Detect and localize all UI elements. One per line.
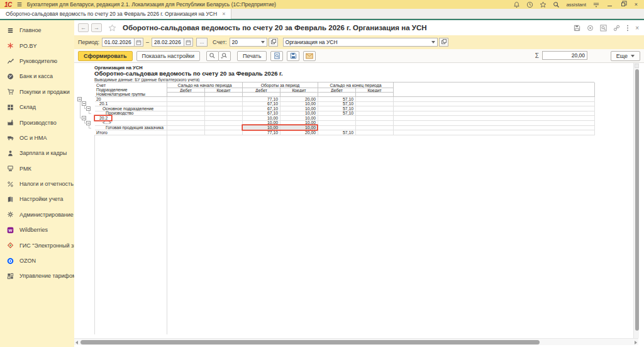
restore-button[interactable] [619, 1, 626, 8]
cell-value[interactable] [167, 106, 205, 111]
cell-account-name[interactable]: 20 [95, 97, 167, 102]
cell-empty[interactable] [394, 121, 595, 126]
tree-expander-icon[interactable] [86, 121, 91, 125]
cell-value[interactable]: 57,10 [318, 106, 356, 111]
column-header-debit[interactable]: Дебет [167, 88, 205, 93]
cell-empty[interactable] [394, 111, 595, 117]
vertical-scrollbar[interactable] [633, 63, 639, 338]
cell-value[interactable] [356, 121, 394, 126]
cell-account-name[interactable]: Производство [95, 111, 167, 117]
tree-expander-icon[interactable] [82, 101, 86, 106]
vertical-scroll-thumb[interactable] [635, 69, 639, 331]
cell-empty[interactable] [394, 130, 595, 135]
cell-value[interactable]: 77,10 [243, 97, 280, 102]
horizontal-scroll-thumb[interactable] [80, 340, 540, 344]
sidebar-item-warehouse[interactable]: Склад [0, 100, 74, 115]
cell-value[interactable]: 67,10 [243, 106, 280, 111]
column-group-turnover[interactable]: Обороты за период [243, 82, 318, 88]
cell-value[interactable] [318, 126, 356, 131]
tab-close-icon[interactable]: × [222, 11, 225, 17]
sidebar-item-os-nma[interactable]: ОС и НМА [0, 130, 74, 145]
cell-value[interactable]: 57,10 [318, 97, 356, 102]
column-header-credit[interactable]: Кредит [280, 88, 318, 93]
cell-value[interactable]: 10,00 [243, 126, 280, 131]
favorites-star-icon[interactable] [540, 1, 547, 8]
cell-value[interactable]: 10,00 [280, 126, 318, 131]
sidebar-item-administration[interactable]: Администрирование [0, 207, 74, 222]
cell-value[interactable]: 20,00 [280, 130, 318, 135]
cell-value[interactable] [205, 116, 243, 121]
cell-value[interactable] [205, 126, 243, 131]
sidebar-item-main[interactable]: Главное [0, 23, 74, 38]
sidebar-item-salary-hr[interactable]: Зарплата и кадры [0, 145, 74, 161]
cell-value[interactable] [356, 130, 394, 135]
cell-account-name[interactable]: 20.2 [95, 116, 167, 121]
tree-expander-icon[interactable] [77, 97, 82, 101]
print-preview-icon[interactable] [270, 51, 283, 61]
report-spreadsheet[interactable]: Организация на УСН Оборотно-сальдовая ве… [74, 63, 633, 338]
sidebar-item-production[interactable]: Производство [0, 115, 74, 130]
account-input[interactable] [230, 39, 259, 46]
cell-value[interactable]: 10,00 [243, 121, 280, 126]
more-button[interactable]: Еще [611, 51, 640, 61]
period-to-input[interactable] [152, 38, 184, 47]
cell-value[interactable] [205, 111, 243, 117]
sidebar-item-gis-mark[interactable]: ГИС "Электронный знак" [0, 237, 74, 253]
sidebar-item-wildberries[interactable]: WWildberries [0, 222, 74, 237]
scroll-left-icon[interactable] [75, 341, 78, 344]
close-report-icon[interactable]: × [635, 25, 639, 31]
cell-value[interactable] [205, 102, 243, 107]
column-group-closing-balance[interactable]: Сальдо на конец периода [318, 82, 394, 88]
cell-value[interactable] [205, 106, 243, 111]
sidebar-item-tariff[interactable]: Управление тарифом [0, 268, 74, 283]
cell-value[interactable] [167, 116, 205, 121]
sidebar-item-manager[interactable]: Руководителю [0, 54, 74, 69]
cell-value[interactable] [167, 121, 205, 126]
find-in-report-icon[interactable] [600, 25, 607, 31]
period-from-input[interactable] [102, 38, 135, 47]
sidebar-item-accounting-settings[interactable]: Настройки учета [0, 191, 74, 207]
send-mail-icon[interactable] [303, 51, 316, 61]
cell-value[interactable] [167, 111, 205, 117]
main-menu-icon[interactable] [16, 1, 23, 8]
more-actions-icon[interactable] [626, 25, 629, 31]
column-header-account[interactable]: Счет Подразделение Номенклатурные группы [95, 82, 167, 97]
cell-value[interactable]: 10,00 [280, 121, 318, 126]
organization-open-button[interactable] [439, 38, 448, 47]
sidebar-item-bank-cash[interactable]: Банк и касса [0, 69, 74, 84]
organization-input[interactable] [284, 39, 430, 46]
cell-value[interactable] [356, 111, 394, 117]
cell-account-name[interactable]: Готовая продукция заказчика [95, 126, 167, 131]
calendar-to-button[interactable] [184, 38, 193, 47]
account-dropdown-icon[interactable] [259, 38, 267, 46]
cell-account-name[interactable]: 20.1 [95, 102, 167, 107]
cell-value[interactable]: 10,00 [280, 106, 318, 111]
search-icon[interactable] [206, 51, 219, 61]
organization-dropdown-icon[interactable] [430, 38, 437, 46]
column-header-debit[interactable]: Дебет [318, 88, 356, 93]
favorite-star-icon[interactable] [108, 24, 116, 32]
cell-value[interactable]: 67,10 [243, 102, 280, 107]
cell-value[interactable]: 10,00 [280, 116, 318, 121]
cell-account-name[interactable]: <...> [95, 121, 167, 126]
cell-value[interactable]: 20,00 [280, 97, 318, 102]
cell-account-name[interactable]: Основное подразделение [95, 106, 167, 111]
cell-value[interactable]: 57,10 [318, 111, 356, 117]
sidebar-item-purchases-sales[interactable]: Покупки и продажи [0, 84, 74, 100]
cell-value[interactable]: 67,10 [243, 111, 280, 117]
cell-value[interactable]: 57,10 [318, 102, 356, 107]
cell-value[interactable] [167, 130, 205, 135]
save-report-icon[interactable] [574, 25, 580, 31]
cell-empty[interactable] [394, 106, 595, 111]
sidebar-item-po-by[interactable]: PO.BY [0, 38, 74, 53]
print-button[interactable]: Печать [237, 51, 267, 61]
current-user[interactable]: assistant [566, 2, 586, 8]
notifications-bell-icon[interactable] [513, 1, 520, 8]
cell-value[interactable] [356, 97, 394, 102]
cell-empty[interactable] [394, 126, 595, 131]
global-search-icon[interactable] [553, 1, 560, 8]
cell-value[interactable]: 77,10 [243, 130, 280, 135]
column-header-credit[interactable]: Кредит [356, 88, 394, 93]
minimize-button[interactable] [606, 1, 613, 8]
cell-value[interactable]: 10,00 [280, 111, 318, 117]
